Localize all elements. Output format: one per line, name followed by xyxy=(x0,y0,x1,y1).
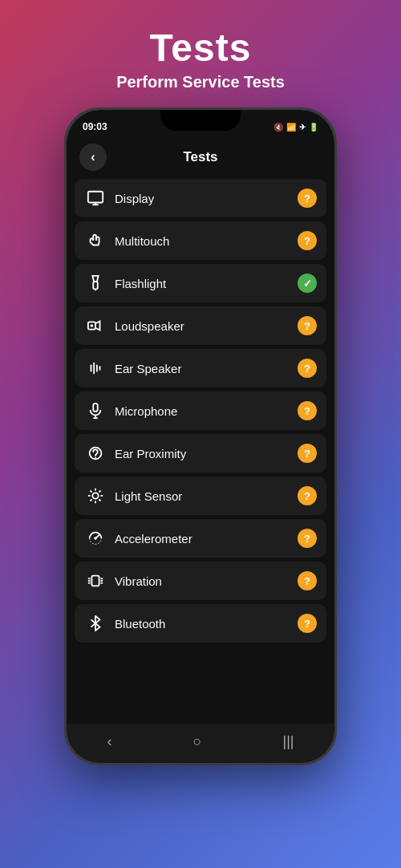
test-item-accelerometer[interactable]: Accelerometer? xyxy=(75,519,326,558)
loudspeaker-icon xyxy=(84,314,107,337)
svg-rect-3 xyxy=(93,282,98,289)
svg-line-21 xyxy=(90,490,91,492)
svg-line-22 xyxy=(99,499,100,501)
phone-shell: 09:03 🔇 📶 ✈ 🔋 ‹ Tests Display?Multitouch… xyxy=(64,107,337,765)
test-item-multitouch[interactable]: Multitouch? xyxy=(75,221,326,260)
test-item-light-sensor-label: Light Sensor xyxy=(115,489,298,503)
back-arrow-icon: ‹ xyxy=(91,151,95,164)
svg-point-16 xyxy=(92,493,98,498)
test-item-loudspeaker-badge: ? xyxy=(298,316,317,335)
test-item-loudspeaker-label: Loudspeaker xyxy=(115,319,298,333)
test-item-display-badge: ? xyxy=(298,189,317,208)
svg-rect-0 xyxy=(88,192,103,203)
test-item-flashlight-badge: ✓ xyxy=(298,274,317,293)
back-button[interactable]: ‹ xyxy=(79,144,107,171)
bluetooth-icon xyxy=(84,612,107,635)
wifi-icon: 📶 xyxy=(286,123,296,132)
test-item-display[interactable]: Display? xyxy=(75,179,326,217)
nav-title: Tests xyxy=(107,149,322,165)
flashlight-icon xyxy=(84,272,107,294)
screen: 09:03 🔇 📶 ✈ 🔋 ‹ Tests Display?Multitouch… xyxy=(67,110,334,763)
airplane-icon: ✈ xyxy=(299,123,306,132)
vibration-icon xyxy=(84,570,107,592)
test-item-ear-speaker[interactable]: Ear Speaker? xyxy=(75,349,326,387)
status-time: 09:03 xyxy=(83,121,107,132)
svg-rect-27 xyxy=(91,576,99,586)
test-item-flashlight[interactable]: Flashlight✓ xyxy=(75,264,326,302)
test-item-ear-proximity-label: Ear Proximity xyxy=(115,447,298,460)
svg-line-24 xyxy=(90,499,91,501)
test-item-bluetooth[interactable]: Bluetooth? xyxy=(75,604,326,643)
test-item-bluetooth-badge: ? xyxy=(298,614,317,633)
test-item-multitouch-label: Multitouch xyxy=(115,234,298,248)
test-item-bluetooth-label: Bluetooth xyxy=(115,617,298,631)
home-nav-back[interactable]: ‹ xyxy=(95,730,125,753)
mute-icon: 🔇 xyxy=(273,123,283,132)
svg-point-26 xyxy=(94,537,97,540)
page-title: Tests xyxy=(116,26,285,70)
display-icon xyxy=(84,187,107,209)
test-item-accelerometer-label: Accelerometer xyxy=(115,532,298,546)
svg-point-6 xyxy=(91,324,94,327)
test-item-ear-speaker-badge: ? xyxy=(298,359,317,378)
test-item-flashlight-label: Flashlight xyxy=(115,277,298,290)
test-item-ear-proximity-badge: ? xyxy=(298,444,317,463)
multitouch-icon xyxy=(84,229,107,252)
svg-line-23 xyxy=(99,490,100,492)
test-item-ear-proximity[interactable]: Ear Proximity? xyxy=(75,434,326,473)
page-header: Tests Perform Service Tests xyxy=(100,0,301,107)
battery-icon: 🔋 xyxy=(309,123,318,132)
test-item-ear-speaker-label: Ear Speaker xyxy=(115,362,298,375)
dynamic-island xyxy=(160,110,241,131)
test-list: Display?Multitouch?Flashlight✓Loudspeake… xyxy=(67,179,334,724)
test-item-microphone-label: Microphone xyxy=(115,404,298,418)
test-item-vibration[interactable]: Vibration? xyxy=(75,562,326,600)
test-item-light-sensor[interactable]: Light Sensor? xyxy=(75,477,326,515)
status-icons: 🔇 📶 ✈ 🔋 xyxy=(273,123,318,132)
test-item-loudspeaker[interactable]: Loudspeaker? xyxy=(75,306,326,345)
test-item-microphone[interactable]: Microphone? xyxy=(75,391,326,430)
test-item-vibration-label: Vibration xyxy=(115,574,298,588)
accelerometer-icon xyxy=(84,527,107,550)
home-nav-home[interactable]: ○ xyxy=(180,730,215,753)
test-item-multitouch-badge: ? xyxy=(298,231,317,250)
ear-speaker-icon xyxy=(84,357,107,379)
home-bar-area: ‹ ○ ||| xyxy=(67,724,334,763)
svg-point-15 xyxy=(95,457,96,459)
light-sensor-icon xyxy=(84,485,107,507)
test-item-accelerometer-badge: ? xyxy=(298,529,317,548)
svg-rect-11 xyxy=(93,404,98,412)
test-item-vibration-badge: ? xyxy=(298,571,317,590)
home-nav-recent[interactable]: ||| xyxy=(269,730,306,753)
test-item-microphone-badge: ? xyxy=(298,401,317,420)
test-item-display-label: Display xyxy=(115,192,298,205)
microphone-icon xyxy=(84,400,107,422)
ear-proximity-icon xyxy=(84,442,107,464)
test-item-light-sensor-badge: ? xyxy=(298,486,317,505)
page-subtitle: Perform Service Tests xyxy=(116,73,285,91)
nav-bar: ‹ Tests xyxy=(67,139,334,179)
